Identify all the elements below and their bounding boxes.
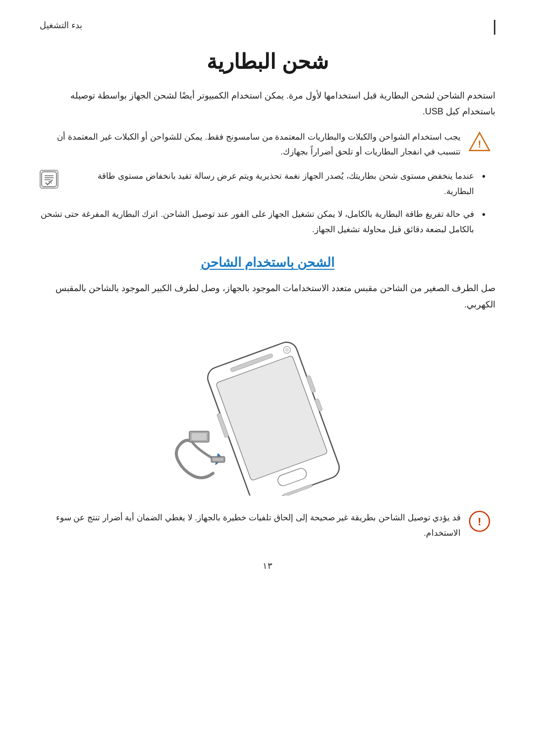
page-container: بدء التشغيل شحن البطارية استخدم الشاحن ل… bbox=[0, 0, 535, 756]
bullet-text-1: عندما ينخفض مستوى شحن بطاريتك، يُصدر الج… bbox=[66, 169, 474, 199]
note-icon-1 bbox=[40, 170, 58, 189]
warning-text-1: يجب استخدام الشواحن والكبلات والبطاريات … bbox=[45, 130, 461, 160]
device-illustration bbox=[149, 327, 386, 496]
warning-triangle-icon: ! bbox=[469, 131, 490, 152]
caution-circle-icon: ! bbox=[469, 510, 490, 532]
page-number: ١٣ bbox=[40, 560, 495, 571]
device-image-container bbox=[40, 327, 495, 496]
svg-text:!: ! bbox=[478, 515, 481, 528]
svg-rect-2 bbox=[42, 172, 56, 187]
svg-rect-17 bbox=[213, 458, 223, 461]
charging-intro: صل الطرف الصغير من الشاحن مقبس متعدد الا… bbox=[40, 280, 495, 312]
bullet-text-2: في حالة تفريغ طاقة البطارية بالكامل، لا … bbox=[40, 207, 474, 237]
bullet-item-1: • عندما ينخفض مستوى شحن بطاريتك، يُصدر ا… bbox=[40, 169, 485, 199]
bullet-dot-1: • bbox=[482, 171, 485, 182]
svg-rect-14 bbox=[191, 433, 207, 441]
page-number-text: ١٣ bbox=[263, 561, 272, 571]
warning-box-1: ! يجب استخدام الشواحن والكبلات والبطاريا… bbox=[40, 130, 495, 160]
bullet-dot-2: • bbox=[482, 209, 485, 220]
bullet-section: • عندما ينخفض مستوى شحن بطاريتك، يُصدر ا… bbox=[40, 169, 495, 237]
sub-section-title: الشحن باستخدام الشاحن bbox=[40, 255, 495, 270]
warning-text-2: قد يؤدي توصيل الشاحن بطريقة غير صحيحة إل… bbox=[45, 510, 461, 541]
bullet-item-2: • في حالة تفريغ طاقة البطارية بالكامل، ل… bbox=[40, 207, 485, 237]
warning-box-2: ! قد يؤدي توصيل الشاحن بطريقة غير صحيحة … bbox=[40, 510, 495, 541]
header-text: بدء التشغيل bbox=[40, 20, 82, 31]
intro-paragraph: استخدم الشاحن لشحن البطارية قبل استخدامه… bbox=[40, 88, 495, 120]
main-title: شحن البطارية bbox=[40, 50, 495, 74]
header-bar: بدء التشغيل bbox=[40, 20, 495, 35]
svg-text:!: ! bbox=[478, 139, 482, 150]
